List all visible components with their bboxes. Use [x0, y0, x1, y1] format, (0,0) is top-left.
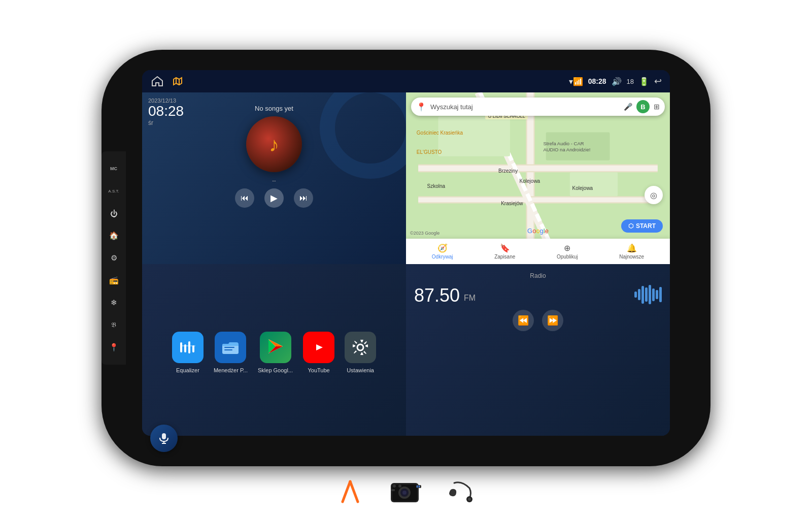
wave-bar-8 [659, 287, 662, 302]
radio-forward-button[interactable]: ⏩ [542, 310, 563, 331]
app-file-manager[interactable]: Menedżer P... [214, 332, 248, 373]
map-layers-icon[interactable]: ⊞ [654, 103, 660, 111]
music-note-icon: ♪ [269, 133, 279, 156]
svg-rect-19 [180, 345, 195, 346]
svg-point-43 [468, 498, 471, 501]
map-copyright: ©2023 Google [410, 231, 439, 236]
svg-point-25 [357, 344, 363, 350]
app-settings[interactable]: Ustawienia [345, 332, 376, 373]
svg-rect-7 [418, 166, 658, 171]
svg-rect-37 [417, 486, 418, 488]
maps-status-icon[interactable] [171, 74, 185, 88]
volume-level: 18 [627, 78, 634, 85]
map-search-placeholder: Wyszukaj tutaj [430, 103, 620, 111]
svg-line-30 [350, 481, 358, 502]
map-widget: 📍 Wyszukaj tutaj 🎤 B ⊞ Gościniec Krasień… [406, 92, 670, 264]
side-btn-frost[interactable]: ❄ [107, 296, 120, 309]
play-button[interactable]: ▶ [264, 188, 284, 208]
play-store-label: Sklep Googl... [258, 367, 293, 373]
svg-rect-17 [188, 341, 190, 353]
home-status-icon[interactable] [150, 74, 164, 88]
map-label-brzeziny: Brzeziny [498, 168, 518, 174]
map-nav-najnowsze[interactable]: 🔔 Najnowsze [619, 243, 644, 260]
svg-rect-15 [180, 342, 182, 352]
wave-bar-1 [634, 292, 637, 298]
map-label-krasiejow: Krasiejów [501, 201, 523, 206]
side-btn-bluetooth[interactable]: 𝔅 [107, 318, 120, 332]
svg-rect-21 [224, 347, 234, 348]
radio-rewind-button[interactable]: ⏪ [513, 310, 534, 331]
settings-icon [345, 332, 376, 363]
youtube-icon [303, 332, 334, 363]
svg-rect-12 [438, 116, 510, 156]
map-label-szkolna: Szkolna [427, 183, 446, 189]
voice-button[interactable] [150, 425, 178, 452]
back-icon[interactable]: ↩ [654, 76, 662, 87]
equalizer-icon [172, 332, 204, 363]
map-start-button[interactable]: ⬡ START [621, 219, 663, 233]
apps-widget: Equalizer Menedżer P... [142, 264, 406, 436]
side-btn-home[interactable]: 🏠 [107, 229, 120, 242]
side-btn-settings[interactable]: ⚙ [107, 251, 120, 265]
headphone-cable-accessory [444, 476, 480, 507]
time-display-main: 08:28 [148, 104, 184, 119]
music-controls: ⏮ ▶ ⏭ [149, 188, 399, 208]
radio-frequency-row: 87.50 FM [414, 284, 662, 305]
apps-grid: Equalizer Menedżer P... [172, 332, 376, 373]
map-mic-icon[interactable]: 🎤 [624, 103, 632, 111]
main-content-grid: 2023/12/13 08:28 śr No songs yet ♪ -- ⏮ … [142, 92, 670, 436]
svg-rect-18 [192, 345, 194, 352]
najnowsze-label: Najnowsze [619, 254, 644, 260]
svg-rect-9 [418, 198, 658, 202]
map-label-strefa: Strefa Audio - CARAUDIO na Androidzie! [543, 141, 590, 153]
music-album-art: ♪ [246, 116, 302, 172]
svg-rect-26 [162, 433, 166, 439]
map-google-logo: Google [527, 227, 549, 235]
svg-line-29 [343, 481, 350, 502]
accessories-bar [332, 476, 480, 507]
left-side-panel: MC A.S.T. ⏻ 🏠 ⚙ 📻 ❄ 𝔅 📍 [101, 151, 126, 365]
wave-bar-5 [649, 285, 651, 304]
map-user-avatar[interactable]: B [636, 100, 650, 113]
side-btn-ast[interactable]: A.S.T. [107, 184, 120, 198]
svg-point-40 [393, 485, 396, 488]
music-bg-decoration [320, 92, 406, 179]
radio-frequency: 87.50 [414, 286, 460, 305]
day-display: śr [148, 119, 184, 126]
radio-widget: Radio 87.50 FM ⏪ [406, 264, 670, 436]
map-label-gosciniec: Gościniec Krasieńka [417, 130, 463, 136]
map-location-button[interactable]: ◎ [645, 186, 663, 204]
app-youtube[interactable]: YouTube [303, 332, 334, 373]
map-bottom-nav: 🧭 Odkrywaj 🔖 Zapisane ⊕ Opublikuj 🔔 Najn… [406, 239, 670, 264]
start-arrow-icon: ⬡ [628, 222, 633, 230]
odkrywaj-label: Odkrywaj [432, 254, 453, 260]
prev-button[interactable]: ⏮ [235, 188, 254, 208]
antenna-accessory [332, 476, 368, 507]
radio-band: FM [464, 294, 476, 303]
wave-bar-7 [656, 290, 658, 299]
map-label-kolejowa2: Kolejowa [572, 185, 593, 191]
map-nav-odkrywaj[interactable]: 🧭 Odkrywaj [432, 243, 453, 260]
svg-rect-22 [224, 349, 232, 350]
side-btn-power[interactable]: ⏻ [107, 207, 120, 220]
app-equalizer[interactable]: Equalizer [172, 332, 204, 373]
camera-accessory [388, 476, 424, 507]
file-manager-icon [215, 332, 246, 363]
wave-bar-2 [638, 289, 640, 300]
map-label-kolejowa1: Kolejowa [520, 178, 540, 184]
wave-bar-6 [652, 288, 655, 301]
app-play-store[interactable]: Sklep Googl... [258, 332, 293, 373]
side-btn-mc[interactable]: MC [107, 162, 120, 175]
next-button[interactable]: ⏭ [294, 188, 313, 208]
google-maps-icon: 📍 [416, 102, 426, 112]
map-nav-opublikuj[interactable]: ⊕ Opublikuj [557, 243, 578, 260]
music-progress: -- [149, 177, 399, 183]
map-search-bar[interactable]: 📍 Wyszukaj tutaj 🎤 B ⊞ [411, 98, 665, 116]
wave-bar-4 [645, 287, 648, 302]
odkrywaj-icon: 🧭 [437, 243, 448, 253]
map-nav-zapisane[interactable]: 🔖 Zapisane [494, 243, 515, 260]
svg-point-35 [402, 491, 407, 495]
side-btn-location[interactable]: 📍 [107, 341, 120, 354]
status-bar-right: ▾📶 08:28 🔊 18 🔋 ↩ [569, 76, 662, 87]
side-btn-radio[interactable]: 📻 [107, 274, 120, 287]
